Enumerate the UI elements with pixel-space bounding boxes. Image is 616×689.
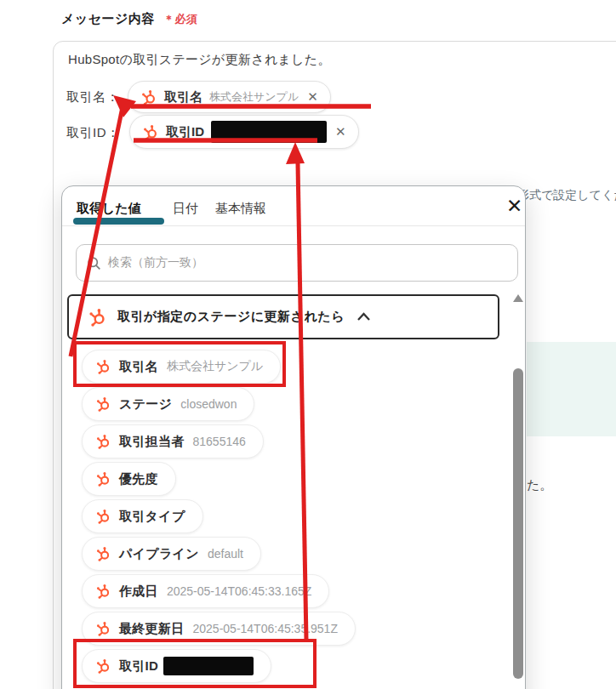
variable-list-item[interactable]: 作成日 2025-05-14T06:45:33.165Z — [82, 574, 329, 608]
hubspot-icon — [95, 359, 111, 374]
chip-label: 取引ID — [166, 124, 204, 140]
trigger-section-title: 取引が指定のステージに更新されたら — [117, 309, 345, 325]
variable-value: default — [208, 547, 243, 561]
chip-remove-icon[interactable]: ✕ — [335, 124, 346, 140]
tab-basic-info[interactable]: 基本情報 — [215, 201, 266, 217]
background-highlight-block — [527, 342, 616, 436]
tab-date[interactable]: 日付 — [173, 201, 198, 217]
background-text-fragment: た。 — [527, 477, 552, 493]
search-placeholder: 検索（前方一致） — [108, 255, 203, 270]
scrollbar-thumb[interactable] — [513, 368, 523, 679]
variable-list-item[interactable]: 取引ID — [82, 649, 271, 683]
tabs-divider — [62, 225, 525, 226]
variable-label: 最終更新日 — [119, 621, 185, 637]
variable-label: ステージ — [119, 396, 172, 413]
variable-list-item[interactable]: 取引名 株式会社サンプル — [82, 350, 281, 384]
variable-list-item[interactable]: 取引タイプ — [82, 499, 203, 533]
variable-value: 株式会社サンプル — [167, 359, 263, 374]
scroll-up-arrow-icon[interactable] — [513, 294, 523, 302]
variable-label: 優先度 — [119, 471, 158, 487]
variable-list-item[interactable]: 最終更新日 2025-05-14T06:45:35.951Z — [82, 612, 356, 646]
variable-list-item[interactable]: 取引担当者 81655146 — [82, 424, 264, 458]
variable-label: 取引名 — [119, 359, 158, 375]
hubspot-icon — [95, 546, 111, 561]
chip-remove-icon[interactable]: ✕ — [307, 89, 318, 105]
message-line-1: HubSpotの取引ステージが更新されました。 — [68, 52, 331, 68]
variable-label: 取引タイプ — [119, 509, 185, 525]
hubspot-icon — [95, 621, 111, 636]
deal-id-variable-chip[interactable]: 取引ID ✕ — [129, 115, 359, 149]
variable-picker-modal: 取得した値 日付 基本情報 ✕ 検索（前方一致） 取引が指定のステージに更新され… — [61, 185, 526, 689]
hubspot-icon — [88, 308, 106, 327]
hubspot-icon — [95, 471, 111, 487]
deal-name-variable-chip[interactable]: 取引名 株式会社サンプル ✕ — [128, 81, 331, 113]
variable-value: 2025-05-14T06:45:33.165Z — [167, 584, 311, 598]
variable-list-item[interactable]: 優先度 — [82, 462, 176, 496]
variable-value: 81655146 — [193, 435, 246, 448]
chip-label: 取引名 — [164, 89, 202, 105]
variable-label: パイプライン — [119, 546, 199, 562]
variable-label: 取引ID — [119, 658, 158, 675]
search-icon — [87, 256, 101, 270]
variable-label: 取引担当者 — [119, 434, 185, 450]
hubspot-icon — [95, 658, 111, 674]
deal-name-row-label: 取引名： — [66, 89, 119, 105]
deal-id-row-label: 取引ID： — [66, 125, 120, 141]
trigger-section-header[interactable]: 取引が指定のステージに更新されたら — [67, 294, 499, 339]
search-input[interactable]: 検索（前方一致） — [76, 244, 518, 282]
hubspot-icon — [95, 396, 111, 412]
variable-list-item[interactable]: ステージ closedwon — [82, 387, 254, 421]
variable-label: 作成日 — [119, 584, 158, 600]
hubspot-icon — [140, 89, 157, 105]
background-helper-text: 形式で設定してくださ — [517, 188, 616, 203]
required-badge: ＊必須 — [163, 13, 198, 26]
tab-retrieved-values[interactable]: 取得した値 — [77, 201, 141, 217]
variable-list: 取引名 株式会社サンプル ステージ closedwon 取引担当者 816551… — [82, 350, 356, 683]
active-tab-indicator — [73, 218, 164, 225]
hubspot-icon — [95, 434, 111, 449]
redacted-value — [211, 121, 327, 143]
variable-value: closedwon — [180, 397, 237, 411]
variable-list-item[interactable]: パイプライン default — [82, 537, 261, 571]
message-content-field-label: メッセージ内容＊必須 — [61, 11, 197, 27]
field-label-text: メッセージ内容 — [61, 11, 155, 26]
redacted-value — [163, 657, 254, 675]
chevron-up-icon — [356, 312, 371, 322]
hubspot-icon — [142, 124, 158, 140]
hubspot-icon — [95, 584, 111, 599]
chip-value: 株式会社サンプル — [209, 89, 299, 105]
hubspot-icon — [95, 509, 111, 524]
close-icon[interactable]: ✕ — [506, 196, 522, 216]
variable-value: 2025-05-14T06:45:35.951Z — [193, 622, 338, 635]
